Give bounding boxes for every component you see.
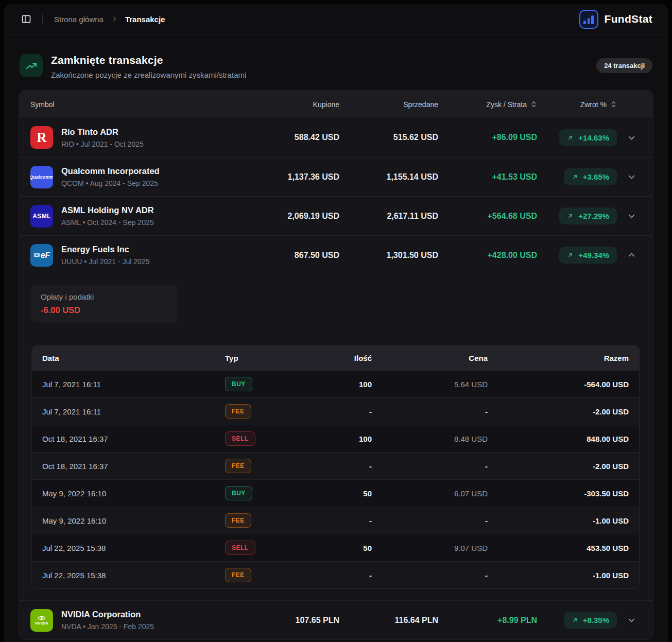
order-type-badge: BUY [225,486,252,500]
order-total: -2.00 USD [488,407,629,416]
return-badge: +3.65% [564,168,617,185]
order-date: Oct 18, 2021 16:37 [42,435,225,443]
nvidia-eye-icon [38,615,46,621]
trending-up-icon [20,54,43,77]
chevron-down-icon [627,616,636,624]
arrow-up-right-icon [572,173,578,180]
order-type-badge: FEE [225,459,251,473]
bought-value: 867.50 USD [242,251,339,260]
order-price: 6.07 USD [372,489,488,498]
order-quantity: - [320,516,372,525]
nvidia-logo: NVIDIA [30,609,53,632]
order-quantity: 50 [320,544,372,552]
company-name: NVIDIA Corporation [61,610,154,619]
column-quantity: Ilość [320,354,372,362]
transaction-row[interactable]: R Rio Tinto ADR RIO • Jul 2021 - Oct 202… [19,118,653,157]
order-row: Oct 18, 2021 16:37 SELL 100 8.48 USD 848… [32,425,639,452]
company-name: Energy Fuels Inc [61,245,149,254]
logo-wordmark: ASML [32,213,51,220]
sold-value: 2,617.11 USD [339,212,438,221]
brand-logo[interactable]: FundStat [579,10,652,29]
column-return-sort[interactable]: Zwrot % [537,100,617,109]
order-quantity: 100 [320,435,372,443]
order-row: Jul 22, 2025 15:38 FEE - - -1.00 USD [32,561,639,588]
order-price: - [372,516,488,525]
return-badge: +8.35% [564,612,617,629]
transaction-row[interactable]: Qualcomm Qualcomm Incorporated QCOM • Au… [19,157,653,196]
bought-value: 588.42 USD [242,133,339,142]
profit-loss-value: +564.68 USD [438,212,537,221]
profit-loss-value: +41.53 USD [438,172,537,182]
order-total: -2.00 USD [488,462,629,471]
ticker-period: UUUU • Jul 2021 - Jul 2025 [61,257,149,266]
sold-value: 1,155.14 USD [339,172,438,182]
rio-tinto-logo: R [30,126,53,149]
logo-letter: R [37,130,47,146]
order-date: Jul 22, 2025 15:38 [42,544,225,552]
column-total: Razem [488,354,629,362]
arrow-up-right-icon [567,213,574,219]
order-type-badge: BUY [225,377,252,391]
column-return-label: Zwrot % [580,100,607,109]
chevron-down-icon [627,133,636,142]
arrow-up-right-icon [567,252,574,258]
order-date: Jul 7, 2021 16:11 [42,380,225,389]
return-badge: +27.29% [559,207,617,224]
order-history-table: Data Typ Ilość Cena Razem Jul 7, 2021 16… [31,345,640,589]
expand-row-button[interactable] [617,212,646,220]
column-bought: Kupione [242,100,339,109]
bought-value: 1,137.36 USD [242,172,339,182]
column-profit-loss-label: Zysk / Strata [486,100,527,109]
order-type-badge: FEE [225,404,251,419]
ticker-period: QCOM • Aug 2024 - Sep 2025 [61,179,160,187]
expand-row-button[interactable] [617,172,646,181]
ticker-period: RIO • Jul 2021 - Oct 2025 [61,140,144,148]
arrow-up-right-icon [572,617,578,623]
transaction-row[interactable]: eF Energy Fuels Inc UUUU • Jul 2021 - Ju… [19,235,653,274]
column-type: Typ [225,354,320,362]
breadcrumb-current: Transakcje [125,15,165,24]
breadcrumb-home-link[interactable]: Strona główna [54,15,104,24]
column-profit-loss-sort[interactable]: Zysk / Strata [438,100,537,109]
logo-wordmark: eF [41,251,50,260]
chevron-down-icon [627,212,636,220]
page-title: Zamknięte transakcje [51,54,246,66]
collapse-row-button[interactable] [617,251,646,259]
order-row: Jul 7, 2021 16:11 BUY 100 5.64 USD -564.… [32,370,639,397]
fees-value: -6.00 USD [41,305,168,315]
order-date: Jul 7, 2021 16:11 [42,407,225,416]
order-price: - [372,407,488,416]
chevron-down-icon [627,172,636,181]
topbar-divider [42,14,43,24]
transaction-row[interactable]: NVIDIA NVIDIA Corporation NVDA • Jan 202… [19,600,653,639]
asml-logo: ASML [30,205,53,228]
ticker-period: ASML • Oct 2024 - Sep 2025 [61,218,154,227]
order-total: 848.00 USD [488,435,629,443]
order-type-badge: SELL [225,431,255,446]
sort-icon [530,100,537,108]
expand-row-button[interactable] [617,616,646,624]
brand-name: FundStat [605,13,652,25]
sidebar-toggle-button[interactable] [20,12,33,26]
arrow-up-right-icon [567,134,574,141]
chevron-right-icon [111,15,118,23]
order-row: Oct 18, 2021 16:37 FEE - - -2.00 USD [32,452,639,479]
return-badge: +14.63% [559,129,617,146]
expand-row-button[interactable] [617,133,646,142]
chevron-up-icon [627,251,636,259]
order-quantity: - [320,571,372,580]
sold-value: 116.64 PLN [339,616,438,625]
sold-value: 1,301.50 USD [339,251,438,260]
transaction-row[interactable]: ASML ASML Holding NV ADR ASML • Oct 2024… [19,196,653,235]
order-price: 9.07 USD [372,544,488,552]
order-quantity: 100 [320,380,372,389]
column-symbol: Symbol [30,100,242,109]
return-value: +8.35% [583,616,609,624]
column-sold: Sprzedane [339,100,438,109]
bought-value: 107.65 PLN [242,616,339,625]
atom-icon [33,252,40,258]
company-name: ASML Holding NV ADR [61,205,154,215]
column-date: Data [42,354,225,362]
order-date: Oct 18, 2021 16:37 [42,462,225,471]
order-total: -1.00 USD [488,571,629,580]
